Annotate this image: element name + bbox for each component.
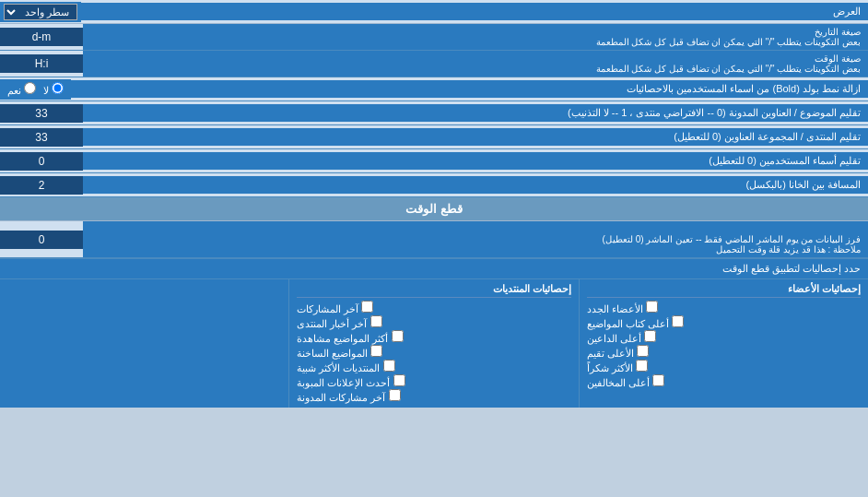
check-top-rated-input[interactable]: [637, 345, 649, 357]
bold-radio-group: لا نعم: [0, 79, 71, 100]
topic-titles-row: تقليم الموضوع / العناوين المدونة (0 -- ا…: [0, 101, 868, 125]
col-forums: إحصائيات المنتديات آخر المشاركات آخر أخب…: [288, 279, 578, 408]
cut-time-label: فرز البيانات من يوم الماشر الماضي فقط --…: [83, 221, 868, 257]
check-new-members-label: الأعضاء الجدد: [587, 301, 658, 315]
check-top-rated: الأعلى تقيم: [587, 345, 861, 360]
col-forums-header-text: إحصائيات المنتديات: [493, 283, 571, 294]
col-empty: [0, 279, 288, 408]
check-top-violators: أعلى المخالفين: [587, 374, 861, 389]
date-format-row: صيغة التاريخ بعض التكوينات يتطلب "/" الت…: [0, 24, 868, 51]
spacing-label-text: المسافة بين الخانا (بالبكسل): [746, 179, 862, 190]
check-top-writers-text: أعلى كتاب المواضيع: [587, 318, 669, 329]
col-members: إحصائيات الأعضاء الأعضاء الجدد أعلى كتاب…: [579, 279, 868, 408]
time-format-label-text: صيغة الوقت بعض التكوينات يتطلب "/" التي …: [90, 53, 861, 74]
check-latest-posts-label: آخر المشاركات: [297, 301, 373, 315]
topic-titles-label-text: تقليم الموضوع / العناوين المدونة (0 -- ا…: [568, 107, 861, 118]
check-classified-ads-text: أحدث الإعلانات المبوبة: [297, 377, 390, 388]
check-hot-topics-text: المواضيع الساخنة: [297, 348, 368, 359]
date-format-label: صيغة التاريخ بعض التكوينات يتطلب "/" الت…: [83, 24, 868, 50]
display-label: العرض: [81, 3, 868, 20]
check-hot-topics: المواضيع الساخنة: [297, 345, 570, 360]
check-top-violators-label: أعلى المخالفين: [587, 374, 664, 389]
check-new-members-text: الأعضاء الجدد: [587, 303, 643, 314]
select-part: سطر واحد سطرين ثلاثة أسطر: [0, 2, 81, 22]
lines-select[interactable]: سطر واحد سطرين ثلاثة أسطر: [4, 4, 77, 20]
check-similar-forums-input[interactable]: [383, 360, 395, 372]
radio-no[interactable]: [52, 82, 64, 94]
user-names-row: تقليم أسماء المستخدمين (0 للتعطيل): [0, 149, 868, 173]
col-members-header: إحصائيات الأعضاء: [587, 283, 861, 298]
main-container: العرض سطر واحد سطرين ثلاثة أسطر صيغة الت…: [0, 0, 868, 408]
forum-titles-label: تقليم المنتدى / المجموعة العناوين (0 للت…: [83, 128, 868, 146]
check-latest-posts-text: آخر المشاركات: [297, 303, 358, 314]
col-members-header-text: إحصائيات الأعضاء: [788, 283, 861, 294]
cut-time-value: [0, 231, 83, 249]
check-most-thanks-input[interactable]: [636, 360, 648, 372]
time-format-label: صيغة الوقت بعض التكوينات يتطلب "/" التي …: [83, 51, 868, 77]
check-top-inviters-label: أعلى الداعين: [587, 330, 656, 345]
check-top-rated-label: الأعلى تقيم: [587, 345, 649, 360]
check-blog-posts-input[interactable]: [389, 389, 401, 401]
check-classified-ads-label: أحدث الإعلانات المبوبة: [297, 374, 405, 389]
check-top-writers-input[interactable]: [672, 315, 684, 327]
check-top-violators-input[interactable]: [652, 374, 664, 386]
check-hot-topics-input[interactable]: [370, 345, 382, 357]
check-latest-posts-input[interactable]: [361, 301, 373, 313]
top-row: العرض سطر واحد سطرين ثلاثة أسطر: [0, 0, 868, 24]
time-format-row: صيغة الوقت بعض التكوينات يتطلب "/" التي …: [0, 51, 868, 77]
check-forum-news-label: آخر أخبار المنتدى: [297, 315, 381, 330]
spacing-value: [0, 176, 83, 195]
spacing-row: المسافة بين الخانا (بالبكسل): [0, 173, 868, 197]
spacing-input[interactable]: [9, 179, 74, 192]
check-top-inviters-input[interactable]: [644, 330, 656, 342]
bold-row: ازالة نمط بولد (Bold) من اسماء المستخدمي…: [0, 77, 868, 101]
forum-titles-input[interactable]: [9, 131, 74, 144]
forum-titles-label-text: تقليم المنتدى / المجموعة العناوين (0 للت…: [674, 131, 861, 142]
col-forums-header: إحصائيات المنتديات: [297, 283, 570, 298]
check-forum-news-input[interactable]: [370, 315, 382, 327]
cut-time-header-text: قطع الوقت: [405, 202, 463, 216]
title-text: العرض: [833, 6, 861, 17]
cut-time-row: فرز البيانات من يوم الماشر الماضي فقط --…: [0, 221, 868, 258]
check-top-inviters: أعلى الداعين: [587, 330, 861, 345]
check-classified-ads-input[interactable]: [393, 374, 405, 386]
check-similar-forums-label: المنتديات الأكثر شبية: [297, 360, 394, 374]
apply-label: حدد إحصاليات لتطبيق قطع الوقت: [0, 259, 868, 279]
checkboxes-section: حدد إحصاليات لتطبيق قطع الوقت إحصائيات ا…: [0, 258, 868, 408]
date-format-label-text: صيغة التاريخ بعض التكوينات يتطلب "/" الت…: [90, 27, 861, 47]
check-most-viewed-input[interactable]: [392, 330, 404, 342]
check-top-violators-text: أعلى المخالفين: [587, 377, 650, 388]
topic-titles-input[interactable]: [9, 107, 74, 120]
user-names-value: [0, 152, 83, 171]
spacing-label: المسافة بين الخانا (بالبكسل): [83, 176, 868, 194]
topic-titles-label: تقليم الموضوع / العناوين المدونة (0 -- ا…: [83, 104, 868, 122]
cut-time-header: قطع الوقت: [0, 197, 868, 221]
check-new-members-input[interactable]: [646, 301, 658, 313]
check-similar-forums-text: المنتديات الأكثر شبية: [297, 362, 380, 373]
check-classified-ads: أحدث الإعلانات المبوبة: [297, 374, 570, 389]
date-format-value: [0, 28, 83, 46]
radio-yes-label: نعم: [7, 82, 36, 97]
bold-label: ازالة نمط بولد (Bold) من اسماء المستخدمي…: [71, 80, 868, 98]
check-similar-forums: المنتديات الأكثر شبية: [297, 360, 570, 374]
cut-time-label-text: فرز البيانات من يوم الماشر الماضي فقط --…: [90, 224, 861, 254]
check-most-viewed-label: أكثر المواضيع مشاهدة: [297, 330, 403, 345]
time-format-input[interactable]: [9, 57, 74, 70]
check-most-thanks-label: الأكثر شكراً: [587, 360, 648, 374]
radio-no-label: لا: [43, 82, 64, 97]
checkbox-columns: إحصائيات الأعضاء الأعضاء الجدد أعلى كتاب…: [0, 279, 868, 408]
check-most-viewed: أكثر المواضيع مشاهدة: [297, 330, 570, 345]
date-format-input[interactable]: [9, 30, 74, 43]
topic-titles-value: [0, 104, 83, 123]
forum-titles-value: [0, 128, 83, 147]
forum-titles-row: تقليم المنتدى / المجموعة العناوين (0 للت…: [0, 125, 868, 149]
check-most-thanks-text: الأكثر شكراً: [587, 362, 633, 373]
apply-label-text: حدد إحصاليات لتطبيق قطع الوقت: [722, 263, 861, 274]
user-names-input[interactable]: [9, 155, 74, 168]
check-top-rated-text: الأعلى تقيم: [587, 348, 634, 359]
check-forum-news: آخر أخبار المنتدى: [297, 315, 570, 330]
user-names-label: تقليم أسماء المستخدمين (0 للتعطيل): [83, 152, 868, 170]
cut-time-input[interactable]: [9, 233, 74, 246]
radio-yes[interactable]: [24, 82, 36, 94]
check-most-viewed-text: أكثر المواضيع مشاهدة: [297, 333, 388, 344]
